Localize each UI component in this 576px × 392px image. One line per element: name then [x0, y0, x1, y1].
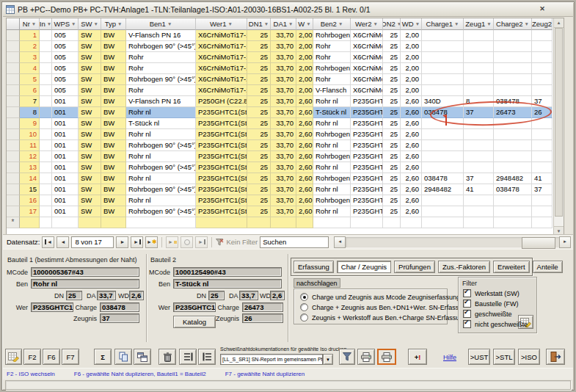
- table-cell-sw[interactable]: SW: [79, 140, 101, 151]
- table-cell-charge2[interactable]: [494, 118, 532, 129]
- table-cell-typ[interactable]: BW: [101, 85, 126, 96]
- table-cell-zeug2[interactable]: [532, 30, 553, 41]
- table-cell-nr[interactable]: 8: [20, 107, 40, 118]
- table-cell-charge1[interactable]: [422, 85, 464, 96]
- table-cell-wd[interactable]: 2,60: [401, 151, 422, 162]
- table-cell-zeug1[interactable]: 41: [464, 184, 494, 195]
- row-selector[interactable]: [7, 41, 20, 52]
- table-cell-nr[interactable]: 16: [20, 195, 40, 206]
- table-cell-dn1[interactable]: 25: [247, 129, 271, 140]
- column-header-ben1[interactable]: Ben1▼: [126, 18, 196, 30]
- table-cell-charge1[interactable]: 340D: [422, 96, 464, 107]
- table-cell-dn1[interactable]: 25: [247, 140, 271, 151]
- column-header-wd[interactable]: WD▼: [401, 18, 422, 30]
- table-cell-wer2[interactable]: P235GHT: [351, 151, 383, 162]
- table-cell-da1[interactable]: 33,70: [271, 184, 296, 195]
- row-selector[interactable]: [7, 52, 20, 63]
- table-cell-in[interactable]: [40, 52, 52, 63]
- table-cell-typ[interactable]: BW: [101, 129, 126, 140]
- table-cell-charge1[interactable]: [422, 74, 464, 85]
- table-cell-wps[interactable]: 001: [52, 96, 79, 107]
- table-cell-w[interactable]: 2,60: [296, 107, 313, 118]
- table-cell-charge2[interactable]: [494, 140, 532, 151]
- table-cell-zeug1[interactable]: 37: [464, 107, 494, 118]
- table-cell-in[interactable]: [40, 173, 52, 184]
- column-filter-arrow-icon[interactable]: ▼: [454, 21, 459, 26]
- table-cell-wer2[interactable]: X6CrNiMo: [351, 85, 383, 96]
- table-cell-in[interactable]: [40, 85, 52, 96]
- new-record-button[interactable]: ►✱: [145, 236, 158, 248]
- column-header-ben2[interactable]: Ben2▼: [313, 18, 351, 30]
- table-cell-wer1[interactable]: P235GHTC1(St35: [196, 140, 247, 151]
- table-cell-typ[interactable]: BW: [101, 107, 126, 118]
- h-scroll-thumb[interactable]: [522, 237, 555, 249]
- table-cell-wer2[interactable]: X6CrNiMo: [351, 74, 383, 85]
- column-filter-arrow-icon[interactable]: ▼: [71, 21, 76, 26]
- scroll-up-icon[interactable]: ▲: [554, 18, 564, 28]
- table-cell-typ[interactable]: BW: [101, 195, 126, 206]
- table-cell-zeug1[interactable]: [464, 85, 494, 96]
- table-cell-charge2[interactable]: [494, 206, 532, 217]
- column-filter-arrow-icon[interactable]: ▼: [117, 21, 122, 26]
- duplicate-button[interactable]: [134, 349, 151, 365]
- table-cell-sw[interactable]: SW: [79, 195, 101, 206]
- column-filter-arrow-icon[interactable]: ▼: [93, 21, 98, 26]
- column-filter-arrow-icon[interactable]: ▼: [306, 21, 310, 26]
- table-cell-charge1[interactable]: [422, 118, 464, 129]
- table-cell-wd[interactable]: 2,60: [401, 195, 422, 206]
- table-cell-typ[interactable]: BW: [101, 30, 126, 41]
- to-stl-button[interactable]: >STL: [493, 349, 515, 365]
- column-header-dn1[interactable]: DN1▼: [247, 18, 271, 30]
- table-cell-zeug1[interactable]: [464, 41, 494, 52]
- table-cell-in[interactable]: [40, 118, 52, 129]
- table-cell-dn1[interactable]: 25: [247, 151, 271, 162]
- table-cell-charge1[interactable]: [422, 162, 464, 173]
- column-header-wer1[interactable]: Wer1▼: [196, 18, 247, 30]
- row-selector[interactable]: [7, 85, 20, 96]
- column-filter-arrow-icon[interactable]: ▼: [486, 21, 491, 26]
- table-cell-zeug2[interactable]: [532, 41, 553, 52]
- table-cell-charge1[interactable]: [422, 52, 464, 63]
- row-selector[interactable]: *: [7, 217, 20, 228]
- column-filter-arrow-icon[interactable]: ▼: [228, 21, 233, 26]
- table-cell-wer1[interactable]: P235GHTC1(St35: [196, 173, 247, 184]
- v-scrollbar[interactable]: ▲ ▼: [553, 18, 564, 236]
- table-cell-ben2[interactable]: Rohrbogen: [313, 195, 351, 206]
- table-cell-ben2[interactable]: Rohr: [313, 74, 351, 85]
- table-cell-zeug2[interactable]: [532, 129, 553, 140]
- table-cell-wer1[interactable]: X6CrNiMoTi17-12-: [196, 63, 247, 74]
- table-cell-da1[interactable]: 33,70: [271, 162, 296, 173]
- table-cell-nr[interactable]: 10: [20, 129, 40, 140]
- table-cell-wd[interactable]: 2,60: [401, 206, 422, 217]
- table-cell-da1[interactable]: 33,70: [271, 195, 296, 206]
- table-cell-da1[interactable]: 33,70: [271, 96, 296, 107]
- table-cell-wd[interactable]: 2,00: [401, 41, 422, 52]
- column-filter-arrow-icon[interactable]: ▼: [167, 21, 172, 26]
- nachschlagen-radio-option[interactable]: Charge + Zeugnis aus Ben.+DN1+Wer. SN-Er…: [300, 303, 470, 311]
- title-bar[interactable]: PB +PC--Demo PB+ PC-TVH:Anlage1 -TLN:Tei…: [3, 3, 573, 17]
- table-cell-wer2[interactable]: P235GHT: [351, 206, 383, 217]
- table-cell-wd[interactable]: 2,60: [401, 96, 422, 107]
- table-cell-typ[interactable]: BW: [101, 74, 126, 85]
- table-cell-nr[interactable]: 4: [20, 63, 40, 74]
- table-cell-in[interactable]: [40, 140, 52, 151]
- nachschlagen-radio-option[interactable]: Zeugnis + Werkstoff aus Ben.+Charge SN-E…: [300, 313, 467, 322]
- table-cell-w[interactable]: 2,60: [296, 140, 313, 151]
- table-cell-in[interactable]: [40, 129, 52, 140]
- collapse-rows-button[interactable]: [179, 349, 197, 365]
- table-cell-wps[interactable]: 005: [52, 74, 79, 85]
- table-cell-ben1[interactable]: Rohr nl: [126, 107, 196, 118]
- table-cell-wer2[interactable]: X6CrNiMo: [351, 41, 383, 52]
- table-cell-wer1[interactable]: X6CrNiMoTi17-12-: [196, 52, 247, 63]
- b2-mcode-field[interactable]: 1000125490#43: [173, 267, 282, 277]
- table-cell-dn2[interactable]: 25: [383, 140, 401, 151]
- table-cell-zeug2[interactable]: 37: [532, 96, 553, 107]
- tab-erfassung[interactable]: Erfassung: [294, 261, 334, 273]
- table-cell-sw[interactable]: SW: [79, 52, 101, 63]
- column-header-sw[interactable]: SW▼: [79, 18, 101, 30]
- table-cell-w[interactable]: 2,00: [296, 41, 313, 52]
- table-cell-zeug1[interactable]: [464, 129, 494, 140]
- table-cell-zeug1[interactable]: [464, 206, 494, 217]
- table-cell-dn1[interactable]: [247, 217, 271, 228]
- table-cell-w[interactable]: 2,00: [296, 30, 313, 41]
